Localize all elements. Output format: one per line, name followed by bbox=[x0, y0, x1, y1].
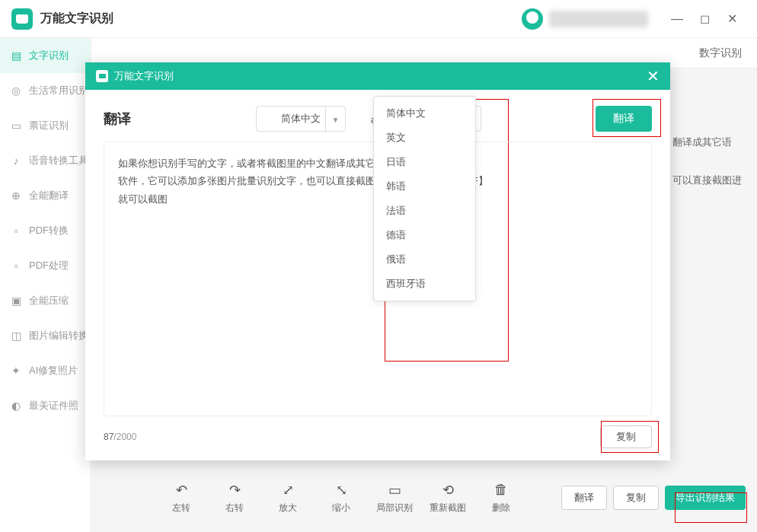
rotate-left-button[interactable]: ↶左转 bbox=[160, 476, 203, 519]
modal-close-button[interactable]: ✕ bbox=[647, 67, 660, 85]
sidebar-item-compress[interactable]: ▣全能压缩 bbox=[0, 283, 91, 318]
translate-modal: 万能文字识别 ✕ 翻译 简体中文 ▼ ⇄ 英文 ▲ 翻译 简体中文 英文 日语 … bbox=[85, 62, 670, 460]
zoom-in-button[interactable]: ⤢放大 bbox=[267, 476, 309, 519]
lang-option[interactable]: 韩语 bbox=[374, 174, 475, 199]
source-lang-select[interactable]: 简体中文 ▼ bbox=[256, 106, 346, 132]
zoom-out-button[interactable]: ⤡缩小 bbox=[320, 476, 363, 519]
crop-icon: ▭ bbox=[386, 482, 403, 499]
sidebar-item-daily[interactable]: ◎生活常用识别 bbox=[0, 73, 91, 108]
sidebar-item-pdf-process[interactable]: ▫PDF处理 bbox=[0, 248, 91, 283]
trash-icon: 🗑 bbox=[493, 482, 509, 499]
maximize-button[interactable]: ◻ bbox=[691, 5, 718, 33]
sidebar-item-ai-repair[interactable]: ✦AI修复照片 bbox=[0, 353, 91, 388]
do-translate-button[interactable]: 翻译 bbox=[596, 106, 652, 132]
modal-header: 万能文字识别 ✕ bbox=[85, 62, 670, 90]
refresh-icon: ⟲ bbox=[439, 482, 456, 499]
lang-option[interactable]: 日语 bbox=[374, 150, 475, 174]
avatar[interactable] bbox=[522, 8, 543, 30]
lang-option[interactable]: 德语 bbox=[374, 223, 475, 247]
rotate-right-icon: ↷ bbox=[226, 482, 243, 499]
partial-ocr-button[interactable]: ▭局部识别 bbox=[373, 476, 416, 519]
lang-option[interactable]: 西班牙语 bbox=[374, 272, 475, 296]
sidebar-item-translate[interactable]: ⊕全能翻译 bbox=[0, 178, 91, 213]
zoom-out-icon: ⤡ bbox=[333, 482, 350, 499]
modal-app-icon bbox=[96, 70, 108, 82]
bg-text-2: 可以直接截图进 bbox=[672, 174, 742, 187]
char-count: 87/2000 bbox=[104, 432, 136, 442]
tab-number-ocr[interactable]: 数字识别 bbox=[699, 46, 742, 60]
sidebar-item-ocr[interactable]: ▤文字识别 bbox=[0, 38, 91, 73]
minimize-button[interactable]: — bbox=[663, 5, 691, 33]
bottom-toolbar: ↶左转 ↷右转 ⤢放大 ⤡缩小 ▭局部识别 ⟲重新截图 🗑删除 翻译 复制 导出… bbox=[160, 475, 746, 521]
rescreenshot-button[interactable]: ⟲重新截图 bbox=[426, 476, 469, 519]
sidebar-item-voice[interactable]: ♪语音转换工具 bbox=[0, 143, 91, 178]
sidebar-item-image-edit[interactable]: ◫图片编辑转换 bbox=[0, 318, 91, 353]
app-logo bbox=[11, 8, 33, 30]
lang-option[interactable]: 俄语 bbox=[374, 247, 475, 272]
target-lang-dropdown: 简体中文 英文 日语 韩语 法语 德语 俄语 西班牙语 bbox=[373, 96, 476, 301]
modal-copy-button[interactable]: 复制 bbox=[600, 425, 652, 448]
sidebar: ▤文字识别 ◎生活常用识别 ▭票证识别 ♪语音转换工具 ⊕全能翻译 ▫PDF转换… bbox=[0, 38, 91, 532]
app-title: 万能文字识别 bbox=[40, 11, 113, 27]
modal-title: 万能文字识别 bbox=[114, 69, 174, 83]
rotate-left-icon: ↶ bbox=[173, 482, 190, 499]
zoom-in-icon: ⤢ bbox=[279, 482, 296, 499]
translate-button[interactable]: 翻译 bbox=[561, 486, 607, 510]
rotate-right-button[interactable]: ↷右转 bbox=[213, 476, 256, 519]
sidebar-item-pdf-convert[interactable]: ▫PDF转换 bbox=[0, 213, 91, 248]
export-result-button[interactable]: 导出识别结果 bbox=[665, 486, 746, 510]
translate-heading: 翻译 bbox=[104, 110, 131, 128]
lang-option[interactable]: 英文 bbox=[374, 126, 475, 150]
chevron-down-icon: ▼ bbox=[325, 107, 345, 132]
lang-option[interactable]: 法语 bbox=[374, 199, 475, 223]
close-window-button[interactable]: ✕ bbox=[718, 5, 746, 33]
lang-option[interactable]: 简体中文 bbox=[374, 101, 475, 126]
bg-text-1: 翻译成其它语 bbox=[672, 135, 732, 149]
user-name-blur bbox=[549, 11, 648, 27]
sidebar-item-ticket[interactable]: ▭票证识别 bbox=[0, 108, 91, 143]
copy-button[interactable]: 复制 bbox=[613, 486, 659, 510]
sidebar-item-id-photo[interactable]: ◐最美证件照 bbox=[0, 388, 91, 423]
delete-button[interactable]: 🗑删除 bbox=[480, 476, 522, 519]
